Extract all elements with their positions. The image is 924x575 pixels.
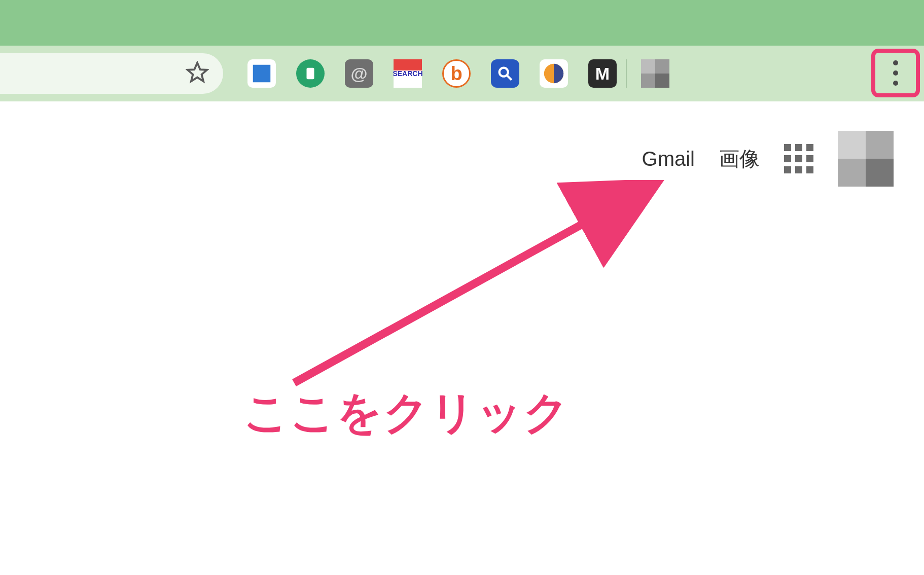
bookmark-star-icon[interactable] <box>186 61 209 86</box>
gmail-link[interactable]: Gmail <box>642 148 695 170</box>
browser-toolbar: @ SEARCH b M <box>0 46 924 101</box>
svg-point-3 <box>500 68 508 77</box>
profile-avatar-icon[interactable] <box>641 59 669 88</box>
gyazo-extension-icon[interactable] <box>247 59 276 88</box>
similarweb-extension-icon[interactable] <box>540 59 568 88</box>
extensions-strip: @ SEARCH b M <box>247 59 617 88</box>
annotation-highlight-box <box>871 49 920 97</box>
pushbullet-extension-icon[interactable] <box>296 59 325 88</box>
svg-marker-1 <box>253 65 271 83</box>
magnifier-extension-icon[interactable] <box>491 59 519 88</box>
page-content: Gmail 画像 ここをクリック <box>0 101 924 575</box>
annotation-text: ここをクリック <box>243 383 570 443</box>
mega-extension-icon[interactable]: M <box>588 59 617 88</box>
at-extension-icon[interactable]: @ <box>345 59 373 88</box>
svg-marker-0 <box>188 63 207 81</box>
svg-line-4 <box>507 76 512 80</box>
toolbar-separator <box>626 59 627 88</box>
window-theme-band <box>0 0 924 46</box>
annotation-arrow-icon <box>284 180 680 398</box>
google-top-nav: Gmail 画像 <box>642 131 894 187</box>
svg-line-5 <box>294 190 644 383</box>
search-extension-icon[interactable]: SEARCH <box>394 59 422 88</box>
address-bar[interactable] <box>0 53 223 94</box>
chrome-menu-icon[interactable] <box>893 60 898 86</box>
svg-rect-2 <box>307 68 314 80</box>
images-link[interactable]: 画像 <box>719 145 760 173</box>
account-avatar-icon[interactable] <box>838 131 894 187</box>
google-apps-icon[interactable] <box>784 144 813 173</box>
bitly-extension-icon[interactable]: b <box>442 59 471 88</box>
